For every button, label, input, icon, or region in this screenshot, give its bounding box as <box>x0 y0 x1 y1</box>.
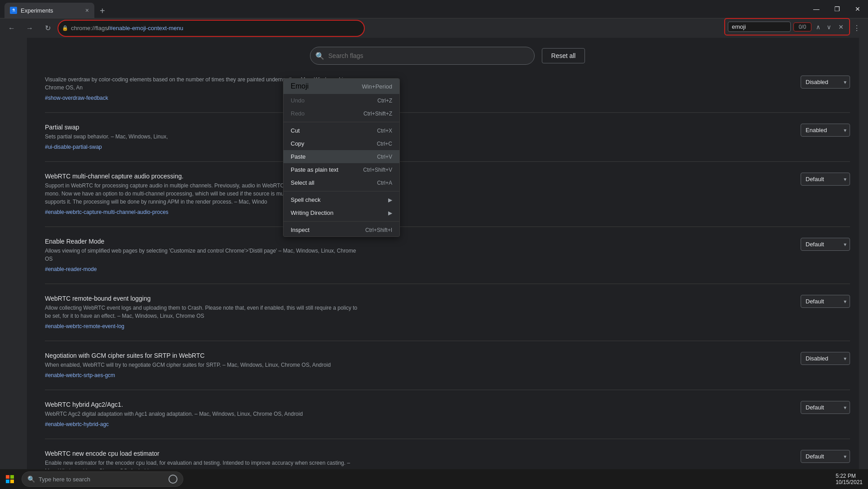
flag-info: WebRTC hybrid Agc2/Agc1. WebRTC Agc2 dig… <box>45 401 359 428</box>
flag-desc: Allows viewing of simplified web pages b… <box>45 247 359 263</box>
paste-plain-label: Paste as plain text <box>291 166 338 173</box>
redo-shortcut: Ctrl+Shift+Z <box>363 111 392 117</box>
address-bar-container[interactable]: 🔒 chrome://flags/#enable-emoji-context-m… <box>58 21 364 36</box>
svg-rect-1 <box>10 475 14 479</box>
find-input[interactable] <box>728 22 791 32</box>
find-prev-button[interactable]: ∧ <box>814 22 822 31</box>
forward-button[interactable]: → <box>22 21 37 36</box>
find-close-button[interactable]: ✕ <box>836 22 846 31</box>
reload-button[interactable]: ↻ <box>40 21 55 36</box>
address-favicon-icon: 🔒 <box>62 25 68 31</box>
taskbar-search-text: Type here to search <box>39 476 90 483</box>
context-menu-cut[interactable]: Cut Ctrl+X <box>283 124 399 137</box>
context-menu-redo[interactable]: Redo Ctrl+Shift+Z <box>283 107 399 120</box>
taskbar-right: 5:22 PM10/15/2021 <box>836 473 868 485</box>
flag-link[interactable]: #enable-webrtc-remote-event-log <box>45 323 124 329</box>
flag-select[interactable]: Enabled Default Disabled <box>801 124 850 137</box>
copy-label: Copy <box>291 140 304 147</box>
flag-info: Enable Reader Mode Allows viewing of sim… <box>45 238 359 273</box>
cut-label: Cut <box>291 127 300 134</box>
flag-select[interactable]: Default Enabled Disabled <box>801 295 850 308</box>
taskbar-search-icon: 🔍 <box>27 476 35 483</box>
flag-link[interactable]: #enable-webrtc-hybrid-agc <box>45 421 109 427</box>
flag-link[interactable]: #enable-webrtc-capture-multi-channel-aud… <box>45 209 168 215</box>
flag-select[interactable]: Disabled Default Enabled <box>801 76 850 89</box>
sidebar <box>0 38 27 489</box>
flag-control: Default Enabled Disabled ▾ <box>801 173 850 186</box>
reset-all-button[interactable]: Reset all <box>542 48 585 63</box>
start-button[interactable] <box>0 469 20 489</box>
flag-link[interactable]: #show-overdraw-feedback <box>45 95 108 101</box>
flag-select[interactable]: Disabled Default Enabled <box>801 352 850 365</box>
active-tab[interactable]: ⚗ Experiments × <box>4 3 94 18</box>
svg-rect-3 <box>10 480 14 483</box>
svg-rect-0 <box>6 475 9 479</box>
flag-control: Default Enabled Disabled ▾ <box>801 450 850 463</box>
minimize-button[interactable]: — <box>806 2 827 16</box>
context-menu-undo[interactable]: Undo Ctrl+Z <box>283 94 399 107</box>
flag-title: WebRTC remote-bound event logging <box>45 295 359 302</box>
flag-select[interactable]: Default Enabled Disabled <box>801 401 850 414</box>
context-menu-emoji-label: Emoji <box>291 82 309 90</box>
new-tab-button[interactable]: + <box>96 4 109 18</box>
close-button[interactable]: ✕ <box>847 2 868 16</box>
copy-shortcut: Ctrl+C <box>377 141 392 147</box>
cut-shortcut: Ctrl+X <box>377 128 392 134</box>
flag-info: Negotiation with GCM cipher suites for S… <box>45 352 359 379</box>
flag-control: Disabled Default Enabled ▾ <box>801 352 850 365</box>
flag-item: Partial swap Sets partial swap behavior.… <box>45 124 850 162</box>
find-next-button[interactable]: ∨ <box>825 22 833 31</box>
flags-search-input[interactable] <box>310 47 535 65</box>
paste-plain-shortcut: Ctrl+Shift+V <box>363 167 392 173</box>
maximize-button[interactable]: ❐ <box>827 2 847 16</box>
inspect-shortcut: Ctrl+Shift+I <box>365 227 392 233</box>
flag-item: WebRTC remote-bound event logging Allow … <box>45 295 850 341</box>
taskbar: 🔍 Type here to search 5:22 PM10/15/2021 <box>0 469 868 489</box>
flag-select[interactable]: Default Enabled Disabled <box>801 238 850 251</box>
redo-label: Redo <box>291 110 305 117</box>
flag-item: Negotiation with GCM cipher suites for S… <box>45 352 850 390</box>
context-menu-divider-2 <box>283 191 399 191</box>
window-controls: — ❐ ✕ <box>806 2 868 16</box>
flag-control: Default Enabled Disabled ▾ <box>801 401 850 414</box>
flag-title: WebRTC hybrid Agc2/Agc1. <box>45 401 359 408</box>
flag-link[interactable]: #enable-webrtc-srtp-aes-gcm <box>45 372 115 378</box>
spell-check-arrow: ▶ <box>388 197 392 203</box>
context-menu-copy[interactable]: Copy Ctrl+C <box>283 137 399 150</box>
content-area: 🔍 Reset all Visualize overdraw by color-… <box>27 38 868 489</box>
select-all-label: Select all <box>291 179 314 186</box>
address-fragment: #enable-emoji-context-menu <box>109 25 183 31</box>
flag-select[interactable]: Default Enabled Disabled <box>801 450 850 463</box>
flag-info: WebRTC remote-bound event logging Allow … <box>45 295 359 330</box>
context-menu-paste[interactable]: Paste Ctrl+V <box>283 150 399 163</box>
main-area: 🔍 Reset all Visualize overdraw by color-… <box>0 38 868 489</box>
back-button[interactable]: ← <box>4 21 19 36</box>
find-bar: 0/0 ∧ ∨ ✕ <box>724 18 850 36</box>
flag-select[interactable]: Default Enabled Disabled <box>801 173 850 186</box>
writing-direction-arrow: ▶ <box>388 210 392 216</box>
flag-link[interactable]: #ui-disable-partial-swap <box>45 144 102 150</box>
flag-link[interactable]: #enable-reader-mode <box>45 266 97 272</box>
spell-check-label: Spell check <box>291 196 320 203</box>
context-menu-spell-check[interactable]: Spell check ▶ <box>283 193 399 206</box>
tab-title: Experiments <box>21 7 53 14</box>
search-bar-area: 🔍 Reset all <box>45 47 850 65</box>
flag-desc: When enabled, WebRTC will try to negotia… <box>45 361 359 369</box>
search-icon: 🔍 <box>315 52 324 60</box>
context-menu-top-row[interactable]: Emoji Win+Period <box>283 79 399 94</box>
context-menu-paste-plain[interactable]: Paste as plain text Ctrl+Shift+V <box>283 163 399 176</box>
context-menu-divider <box>283 122 399 122</box>
tab-area: ⚗ Experiments × + <box>4 0 109 18</box>
tab-close-button[interactable]: × <box>85 7 89 14</box>
flag-control: Default Enabled Disabled ▾ <box>801 238 850 251</box>
context-menu-inspect[interactable]: Inspect Ctrl+Shift+I <box>283 223 399 236</box>
taskbar-time: 5:22 PM10/15/2021 <box>836 473 863 485</box>
menu-button[interactable]: ⋮ <box>849 21 864 36</box>
context-menu-select-all[interactable]: Select all Ctrl+A <box>283 176 399 189</box>
flag-title: Negotiation with GCM cipher suites for S… <box>45 352 359 359</box>
flag-desc: Allow collecting WebRTC event logs and u… <box>45 304 359 320</box>
context-menu-writing-direction[interactable]: Writing Direction ▶ <box>283 206 399 219</box>
right-edge-panel <box>859 38 868 489</box>
context-menu-emoji-shortcut: Win+Period <box>362 83 392 90</box>
taskbar-search-bar[interactable]: 🔍 Type here to search <box>22 471 183 487</box>
